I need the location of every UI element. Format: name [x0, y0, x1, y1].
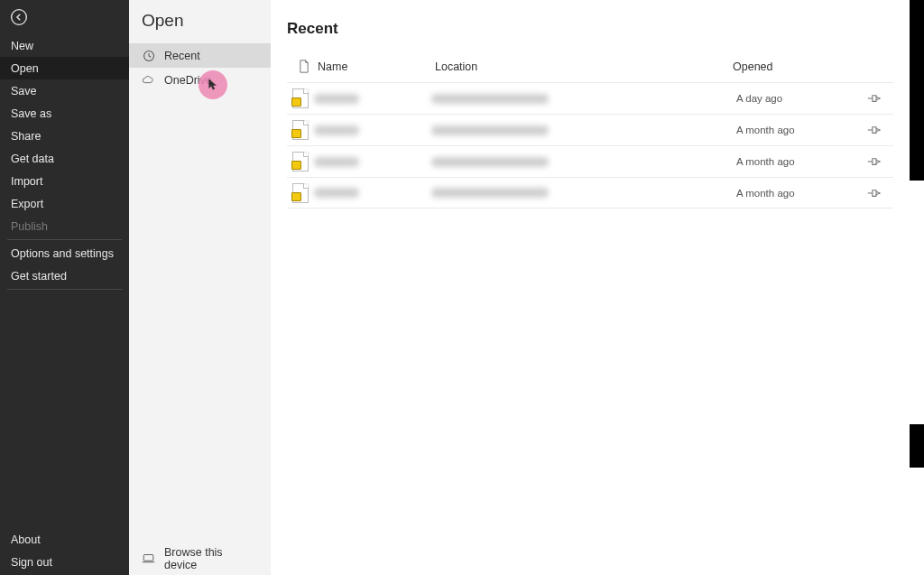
pin-button[interactable]	[854, 93, 893, 104]
nav-label: Share	[11, 130, 41, 143]
file-location	[431, 94, 736, 104]
browse-this-device[interactable]: Browse this device	[129, 543, 271, 575]
divider	[7, 289, 122, 290]
nav-export[interactable]: Export	[0, 192, 129, 215]
overlay-bar	[910, 0, 924, 181]
content-title: Recent	[287, 20, 893, 38]
file-location	[431, 125, 736, 135]
nav-label: Get data	[11, 153, 54, 165]
file-location	[431, 188, 736, 198]
recent-files-table: Name Location Opened A day ago	[287, 54, 893, 209]
header-name[interactable]: Name	[318, 60, 435, 73]
file-opened: A month ago	[736, 156, 854, 167]
file-row[interactable]: A month ago	[287, 114, 893, 145]
nav-about[interactable]: About	[0, 528, 129, 551]
nav-label: Get started	[11, 270, 67, 283]
table-header-row: Name Location Opened	[287, 54, 893, 82]
overlay-bar	[910, 424, 924, 468]
location-label: OneDrive	[164, 74, 212, 87]
header-location[interactable]: Location	[435, 60, 733, 73]
file-name	[314, 188, 431, 198]
nav-open[interactable]: Open	[0, 57, 129, 79]
nav-label: Import	[11, 175, 42, 188]
nav-label: Open	[11, 62, 39, 75]
nav-import[interactable]: Import	[0, 170, 129, 192]
backstage-sidebar: New Open Save Save as Share Get data Imp…	[0, 0, 129, 575]
file-opened: A day ago	[736, 93, 854, 104]
location-onedrive[interactable]: OneDrive	[129, 68, 271, 92]
nav-sign-out[interactable]: Sign out	[0, 551, 129, 573]
file-name	[314, 157, 431, 167]
file-location	[431, 157, 736, 167]
back-arrow-icon	[10, 8, 28, 26]
file-name	[314, 94, 431, 104]
file-opened: A month ago	[736, 188, 854, 199]
pbix-file-icon	[287, 152, 314, 172]
svg-point-0	[12, 10, 27, 25]
nav-share[interactable]: Share	[0, 125, 129, 147]
nav-label: Publish	[11, 220, 48, 233]
pin-button[interactable]	[854, 156, 893, 167]
nav-label: About	[11, 533, 41, 546]
svg-rect-2	[143, 555, 153, 561]
location-recent[interactable]: Recent	[129, 43, 271, 68]
divider	[7, 239, 122, 240]
cloud-icon	[142, 73, 155, 87]
pbix-file-icon	[287, 183, 314, 203]
nav-label: New	[11, 40, 33, 52]
nav-save[interactable]: Save	[0, 79, 129, 102]
file-row[interactable]: A month ago	[287, 177, 893, 209]
nav-get-started[interactable]: Get started	[0, 264, 129, 287]
filetype-header-icon	[291, 60, 318, 73]
nav-label: Save as	[11, 107, 51, 120]
pin-button[interactable]	[854, 125, 893, 135]
nav-new[interactable]: New	[0, 34, 129, 57]
clock-icon	[142, 49, 155, 62]
browse-label: Browse this device	[164, 546, 258, 571]
file-row[interactable]: A month ago	[287, 145, 893, 177]
nav-label: Save	[11, 85, 37, 97]
pbix-file-icon	[287, 120, 314, 140]
nav-label: Export	[11, 198, 43, 210]
location-label: Recent	[164, 50, 200, 62]
file-name	[314, 125, 431, 135]
file-row[interactable]: A day ago	[287, 82, 893, 114]
nav-save-as[interactable]: Save as	[0, 102, 129, 125]
nav-publish: Publish	[0, 215, 129, 237]
pane-title: Open	[129, 0, 271, 43]
pin-button[interactable]	[854, 188, 893, 199]
nav-label: Options and settings	[11, 247, 114, 260]
header-opened[interactable]: Opened	[733, 60, 850, 73]
pbix-file-icon	[287, 88, 314, 108]
file-opened: A month ago	[736, 125, 854, 135]
recent-files-content: Recent Name Location Opened A da	[271, 0, 910, 575]
laptop-icon	[142, 552, 155, 566]
nav-label: Sign out	[11, 556, 52, 569]
back-button[interactable]	[5, 4, 32, 31]
nav-get-data[interactable]: Get data	[0, 147, 129, 170]
open-locations-pane: Open Recent OneDrive Browse	[129, 0, 271, 575]
nav-options[interactable]: Options and settings	[0, 242, 129, 264]
